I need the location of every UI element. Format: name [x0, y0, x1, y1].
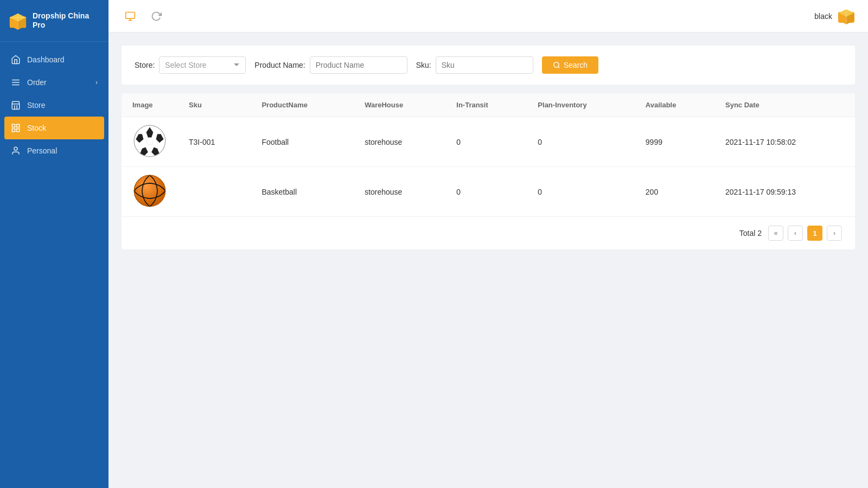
- monitor-icon-button[interactable]: [122, 8, 139, 25]
- table-body: T3I-001 Football storehouse 0 0 9999 202…: [122, 117, 855, 217]
- basketball-image: [132, 174, 167, 208]
- sku-filter-group: Sku:: [416, 56, 533, 74]
- sidebar-item-order[interactable]: Order ›: [0, 71, 108, 94]
- store-filter-group: Store: Select Store: [135, 56, 246, 74]
- product-image-cell: [122, 167, 178, 217]
- search-button[interactable]: Search: [542, 56, 598, 74]
- sidebar-item-store-label: Store: [27, 101, 45, 110]
- table-header-row: Image Sku ProductName WareHouse In-Trans…: [122, 93, 855, 117]
- pagination-first-button[interactable]: «: [768, 226, 783, 241]
- filter-bar: Store: Select Store Product Name: Sku: S…: [122, 46, 855, 85]
- product-name-input[interactable]: [310, 56, 407, 74]
- svg-rect-11: [12, 124, 15, 127]
- in-transit-cell: 0: [445, 117, 527, 167]
- order-arrow-icon: ›: [95, 79, 98, 86]
- username-label: black: [814, 12, 832, 21]
- stock-table-container: Image Sku ProductName WareHouse In-Trans…: [122, 93, 855, 249]
- main-area: black Store: Select Store Product Name:: [108, 0, 868, 488]
- svg-line-25: [558, 67, 559, 68]
- sidebar-item-personal[interactable]: Personal: [0, 139, 108, 162]
- pagination-next-button[interactable]: ›: [827, 226, 842, 241]
- table-row: Basketball storehouse 0 0 200 2021-11-17…: [122, 167, 855, 217]
- sidebar-item-dashboard[interactable]: Dashboard: [0, 48, 108, 71]
- svg-rect-13: [17, 129, 20, 132]
- pagination-total: Total 2: [739, 229, 762, 237]
- col-productname: ProductName: [251, 93, 354, 117]
- header-right: black: [814, 8, 855, 25]
- sku-label: Sku:: [416, 61, 431, 69]
- stock-icon: [11, 123, 21, 133]
- col-sync-date: Sync Date: [714, 93, 855, 117]
- sidebar-item-store[interactable]: Store: [0, 94, 108, 117]
- warehouse-cell: storehouse: [354, 167, 445, 217]
- table-row: T3I-001 Football storehouse 0 0 9999 202…: [122, 117, 855, 167]
- col-available: Available: [635, 93, 714, 117]
- app-logo: Dropship China Pro: [0, 0, 108, 42]
- product-name-filter-group: Product Name:: [254, 56, 407, 74]
- col-in-transit: In-Transit: [445, 93, 527, 117]
- sidebar: Dropship China Pro Dashboard Order › Sto…: [0, 0, 108, 488]
- product-name-cell: Basketball: [251, 167, 354, 217]
- sku-cell: T3I-001: [178, 117, 251, 167]
- store-label: Store:: [135, 61, 155, 69]
- person-icon: [11, 146, 21, 156]
- sidebar-nav: Dashboard Order › Store Stock: [0, 42, 108, 488]
- content-area: Store: Select Store Product Name: Sku: S…: [108, 33, 868, 488]
- svg-point-15: [14, 147, 17, 150]
- order-icon: [11, 78, 21, 87]
- home-icon: [11, 55, 21, 65]
- svg-rect-16: [126, 12, 135, 18]
- svg-rect-12: [17, 124, 20, 127]
- pagination-current-page: 1: [807, 226, 822, 241]
- available-cell: 9999: [635, 117, 714, 167]
- stock-table: Image Sku ProductName WareHouse In-Trans…: [122, 93, 855, 216]
- avatar-icon: [838, 8, 855, 25]
- col-sku: Sku: [178, 93, 251, 117]
- store-icon: [11, 100, 21, 110]
- sidebar-item-dashboard-label: Dashboard: [27, 55, 65, 64]
- pagination-prev-button[interactable]: ‹: [788, 226, 803, 241]
- refresh-icon-button[interactable]: [148, 8, 165, 25]
- product-name-label: Product Name:: [254, 61, 305, 69]
- warehouse-cell: storehouse: [354, 117, 445, 167]
- available-cell: 200: [635, 167, 714, 217]
- in-transit-cell: 0: [445, 167, 527, 217]
- app-name: Dropship China Pro: [33, 11, 100, 30]
- sidebar-item-stock-label: Stock: [27, 124, 46, 132]
- sidebar-item-stock[interactable]: Stock: [4, 117, 104, 139]
- store-select[interactable]: Select Store: [159, 56, 246, 74]
- plan-inventory-cell: 0: [527, 167, 634, 217]
- logo-icon: [9, 11, 27, 30]
- pagination-bar: Total 2 « ‹ 1 ›: [122, 216, 855, 249]
- product-name-cell: Football: [251, 117, 354, 167]
- col-plan-inventory: Plan-Inventory: [527, 93, 634, 117]
- sidebar-item-personal-label: Personal: [27, 146, 57, 155]
- sidebar-item-order-label: Order: [27, 78, 47, 87]
- sync-date-cell: 2021-11-17 10:58:02: [714, 117, 855, 167]
- product-image-cell: [122, 117, 178, 167]
- header: black: [108, 0, 868, 33]
- col-image: Image: [122, 93, 178, 117]
- soccer-ball-image: [132, 124, 167, 158]
- sku-cell: [178, 167, 251, 217]
- search-icon: [553, 61, 560, 69]
- sku-input[interactable]: [436, 56, 533, 74]
- search-button-label: Search: [564, 61, 588, 69]
- svg-rect-14: [12, 129, 15, 132]
- sync-date-cell: 2021-11-17 09:59:13: [714, 167, 855, 217]
- col-warehouse: WareHouse: [354, 93, 445, 117]
- plan-inventory-cell: 0: [527, 117, 634, 167]
- svg-point-24: [554, 62, 559, 67]
- header-left: [122, 8, 165, 25]
